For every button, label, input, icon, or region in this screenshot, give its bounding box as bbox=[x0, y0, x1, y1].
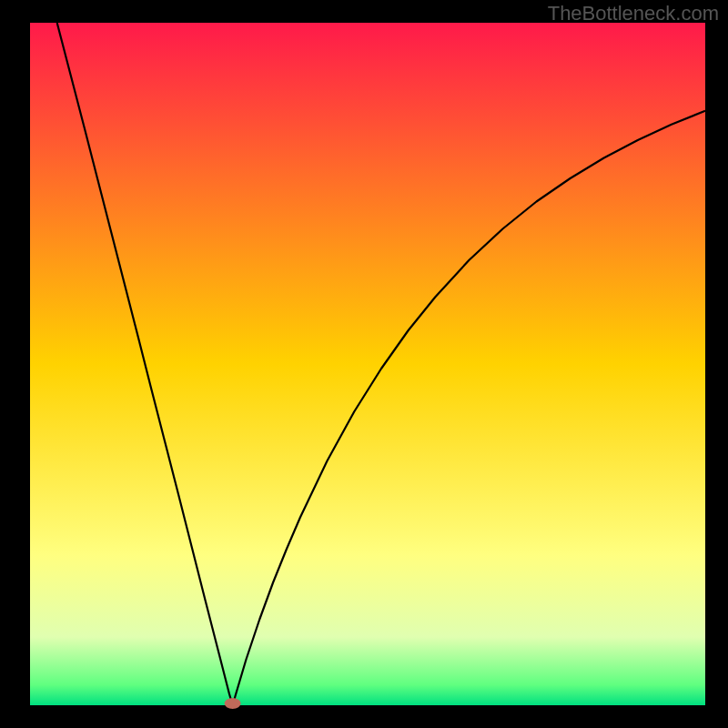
plot-background bbox=[30, 23, 705, 705]
chart-root bbox=[0, 0, 728, 728]
minimum-marker bbox=[225, 698, 241, 709]
bottleneck-chart bbox=[0, 0, 728, 728]
watermark-text: TheBottleneck.com bbox=[548, 2, 719, 25]
